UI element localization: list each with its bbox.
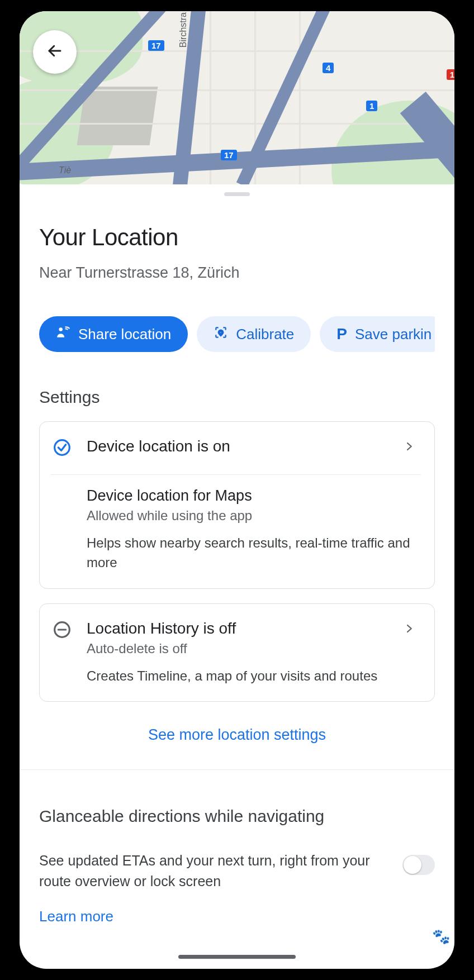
road-shield: 1 (366, 101, 377, 111)
chip-label: Calibrate (236, 326, 294, 343)
svg-point-1 (59, 327, 63, 331)
sub-title: Device location for Maps (87, 487, 421, 505)
road-shield: 17 (221, 150, 237, 160)
disabled-circle-icon (53, 621, 71, 641)
map-preview[interactable]: Birchstra Tiè 17 4 1 1 17 (20, 11, 454, 184)
parking-icon: P (336, 325, 347, 343)
card-desc: Creates Timeline, a map of your visits a… (87, 667, 391, 686)
card-status: Auto-delete is off (87, 641, 391, 656)
sub-status: Allowed while using the app (87, 508, 421, 524)
card-title: Location History is off (87, 620, 391, 638)
arrow-left-icon (46, 42, 63, 61)
svg-point-3 (55, 440, 70, 455)
glanceable-title: Glanceable directions while navigating (39, 807, 435, 826)
svg-point-2 (220, 331, 222, 333)
glanceable-desc: See updated ETAs and your next turn, rig… (39, 850, 391, 891)
navigation-bar-indicator[interactable] (178, 955, 296, 959)
share-location-icon (56, 325, 70, 344)
device-location-card: Device location is on Device location fo… (39, 421, 435, 589)
chip-label: Save parkin (355, 326, 432, 343)
street-label: Birchstra (178, 12, 188, 47)
page-title: Your Location (39, 224, 435, 251)
save-parking-button[interactable]: P Save parkin (320, 316, 435, 352)
location-subtitle: Near Turnerstrasse 18, Zürich (39, 264, 435, 282)
calibrate-button[interactable]: Calibrate (197, 316, 311, 352)
bottom-sheet: Your Location Near Turnerstrasse 18, Zür… (20, 184, 454, 925)
see-more-settings-link[interactable]: See more location settings (148, 726, 326, 743)
glanceable-toggle[interactable] (402, 855, 435, 875)
share-location-button[interactable]: Share location (39, 316, 188, 352)
learn-more-link[interactable]: Learn more (39, 908, 113, 925)
chip-label: Share location (78, 326, 171, 343)
device-location-row[interactable]: Device location is on (51, 437, 421, 459)
checkmark-circle-icon (53, 439, 71, 459)
device-location-for-maps-row[interactable]: Device location for Maps Allowed while u… (51, 487, 421, 573)
device-frame: Birchstra Tiè 17 4 1 1 17 Your Location … (20, 11, 454, 969)
street-label: Tiè (59, 165, 71, 175)
road-shield: 1 (447, 69, 454, 80)
road-shield: 4 (323, 63, 334, 73)
chevron-right-icon (404, 620, 421, 639)
card-title: Device location is on (87, 437, 391, 455)
paw-watermark-icon: 🐾 (432, 928, 450, 945)
action-chips-row: Share location Calibrate P Save parkin (39, 316, 435, 352)
location-history-card[interactable]: Location History is off Auto-delete is o… (39, 603, 435, 702)
sub-desc: Helps show nearby search results, real-t… (87, 534, 421, 573)
back-button[interactable] (33, 30, 77, 74)
chevron-right-icon (404, 437, 421, 456)
calibrate-icon (214, 325, 228, 344)
settings-header: Settings (39, 388, 435, 407)
drag-handle[interactable] (20, 184, 454, 196)
road-shield: 17 (148, 40, 164, 51)
